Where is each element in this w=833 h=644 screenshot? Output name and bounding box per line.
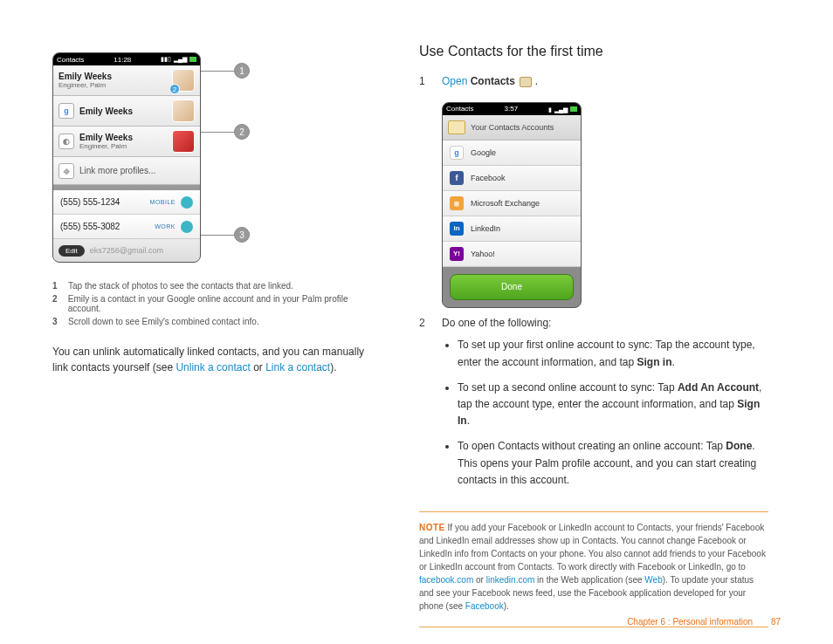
link-more-row[interactable]: ⎆ Link more profiles...: [53, 157, 200, 185]
step-1: 1 Open Contacts .: [419, 73, 768, 90]
note-divider-bottom: [419, 627, 768, 627]
status-bar: Contacts 3:57 ▮▂▄▆: [443, 103, 581, 115]
phone-number: (555) 555-3082: [60, 222, 120, 231]
contact-name: Emily Weeks: [79, 106, 133, 116]
web-link[interactable]: Web: [644, 575, 662, 585]
contact-name: Emily Weeks: [59, 72, 112, 81]
body-paragraph: You can unlink automatically linked cont…: [52, 344, 375, 375]
contact-subtitle: Engineer, Palm: [79, 142, 133, 150]
account-label: LinkedIn: [471, 223, 500, 235]
email-text: eks7256@gmail.com: [90, 246, 163, 255]
clock: 3:57: [505, 104, 519, 115]
unlink-contact-link[interactable]: Unlink a contact: [176, 361, 250, 373]
edit-button[interactable]: Edit: [59, 245, 85, 257]
open-link[interactable]: Open: [442, 75, 467, 87]
facebook-icon: f: [450, 171, 464, 185]
link-icon: ⎆: [59, 163, 74, 179]
linked-contact-row[interactable]: ◐ Emily Weeks Engineer, Palm: [53, 127, 200, 157]
account-row-linkedin[interactable]: inLinkedIn: [443, 216, 581, 242]
status-bar: Contacts 11:28 ▮▮▯▂▄▆: [53, 53, 200, 65]
account-row-yahoo[interactable]: Y!Yahoo!: [443, 242, 581, 267]
avatar[interactable]: 2: [172, 69, 195, 92]
yahoo-icon: Y!: [450, 247, 464, 261]
phone-tag: MOBILE: [150, 199, 176, 205]
step-intro: Do one of the following:: [442, 317, 551, 329]
callout-legend: 1Tap the stack of photos to see the cont…: [52, 281, 375, 326]
clock: 11:28: [114, 56, 131, 64]
accounts-header-text: Your Contacts Accounts: [471, 121, 554, 134]
linkedin-link[interactable]: linkedin.com: [486, 575, 535, 585]
battery-icon: [189, 57, 196, 62]
account-row-exchange[interactable]: ⊞Microsoft Exchange: [443, 191, 581, 216]
note-box: NOTE If you add your Facebook or LinkedI…: [419, 521, 768, 613]
google-icon: g: [59, 103, 74, 119]
palm-icon: ◐: [59, 134, 74, 149]
app-title: Contacts: [57, 56, 85, 64]
phone-tag: WORK: [155, 223, 176, 230]
page-number: 87: [771, 617, 781, 627]
contacts-app-icon: [520, 77, 532, 87]
app-title: Contacts: [446, 104, 474, 115]
contact-name: Emily Weeks: [79, 133, 133, 142]
done-button[interactable]: Done: [450, 274, 574, 300]
legend-text: Scroll down to see Emily's combined cont…: [68, 317, 259, 326]
chat-icon[interactable]: [181, 221, 193, 233]
facebook-app-link[interactable]: Facebook: [465, 601, 504, 611]
account-row-google[interactable]: gGoogle: [443, 140, 581, 166]
section-heading: Use Contacts for the first time: [419, 44, 768, 59]
bullet-item: To set up your first online account to s…: [458, 337, 768, 370]
account-label: Google: [471, 147, 496, 159]
exchange-icon: ⊞: [450, 196, 464, 210]
signal-icon: ▮▮▯: [161, 56, 171, 63]
bullet-item: To open Contacts without creating an onl…: [458, 438, 768, 489]
account-row-facebook[interactable]: fFacebook: [443, 166, 581, 191]
linked-contact-screenshot: Contacts 11:28 ▮▮▯▂▄▆ Emily Weeks Engine…: [52, 44, 201, 263]
phone-mock-contact: Contacts 11:28 ▮▮▯▂▄▆ Emily Weeks Engine…: [52, 52, 201, 263]
page-footer: Chapter 6 : Personal information 87: [627, 617, 781, 627]
phone-number-row[interactable]: (555) 555-1234 MOBILE: [53, 190, 200, 215]
callout-1: 1: [234, 63, 250, 79]
accounts-header: Your Contacts Accounts: [443, 115, 581, 140]
step-number: 2: [419, 315, 430, 497]
avatar: [172, 130, 195, 153]
link-count-badge: 2: [169, 84, 180, 94]
callout-3: 3: [234, 227, 250, 243]
account-label: Yahoo!: [471, 248, 495, 260]
signal-bars-icon: ▂▄▆: [554, 105, 568, 114]
link-more-label: Link more profiles...: [79, 166, 155, 175]
contacts-label: Contacts: [471, 75, 515, 87]
battery-icon: [570, 106, 577, 112]
phone-number: (555) 555-1234: [60, 197, 120, 207]
note-divider-top: [419, 511, 768, 512]
facebook-link[interactable]: facebook.com: [419, 575, 473, 585]
account-label: Facebook: [471, 172, 506, 184]
callout-2: 2: [234, 124, 250, 140]
google-icon: g: [450, 146, 464, 160]
link-contact-link[interactable]: Link a contact: [265, 361, 330, 373]
chat-icon[interactable]: [181, 196, 193, 209]
email-row: Edit eks7256@gmail.com: [53, 239, 200, 262]
signal-bars-icon: ▂▄▆: [174, 56, 187, 63]
legend-text: Tap the stack of photos to see the conta…: [68, 281, 293, 291]
avatar: [172, 99, 195, 122]
primary-contact-row[interactable]: Emily Weeks Engineer, Palm 2: [53, 65, 200, 96]
bullet-item: To set up a second online account to syn…: [458, 380, 768, 430]
step-2: 2 Do one of the following: To set up you…: [419, 315, 768, 497]
contact-subtitle: Engineer, Palm: [59, 81, 112, 89]
chapter-label: Chapter 6 : Personal information: [627, 617, 753, 627]
linkedin-icon: in: [450, 222, 464, 236]
step-number: 1: [419, 73, 430, 90]
phone-number-row[interactable]: (555) 555-3082 WORK: [53, 215, 200, 239]
note-label: NOTE: [419, 523, 445, 532]
phone-mock-accounts: Contacts 3:57 ▮▂▄▆ Your Contacts Account…: [442, 102, 582, 308]
linked-contact-row[interactable]: g Emily Weeks: [53, 96, 200, 127]
contacts-folder-icon: [448, 120, 465, 134]
account-label: Microsoft Exchange: [471, 197, 540, 209]
legend-text: Emily is a contact in your Google online…: [68, 294, 375, 313]
signal-icon: ▮: [548, 105, 552, 114]
